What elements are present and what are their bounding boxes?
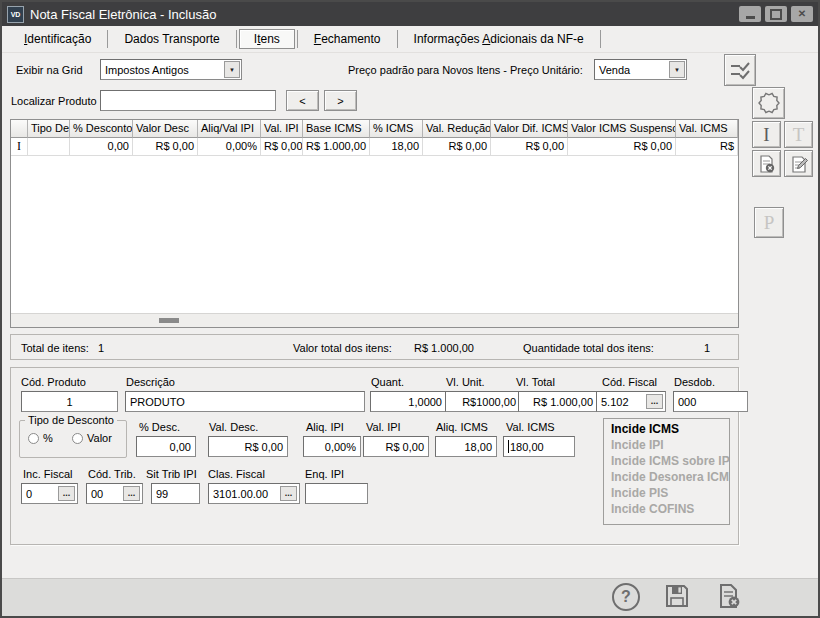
radio-circle-icon — [72, 433, 83, 444]
incide-list-item[interactable]: Incide ICMS sobre IPI — [604, 453, 729, 469]
window-title: Nota Fiscal Eletrônica - Inclusão — [30, 7, 735, 22]
grid-cell[interactable]: R$ 0,00 — [133, 138, 198, 156]
tipo-desconto-legend: Tipo de Desconto — [25, 414, 117, 426]
minimize-button[interactable] — [739, 6, 761, 22]
grid-cell[interactable]: 18,00 — [370, 138, 423, 156]
val-icms-label: Val. ICMS — [506, 421, 555, 433]
cod-produto-input[interactable]: 1 — [21, 391, 118, 412]
quant-input[interactable]: 1,0000 — [370, 391, 447, 412]
seal-button[interactable] — [752, 87, 785, 119]
val-ipi-input[interactable]: R$ 0,00 — [363, 436, 429, 457]
chevron-down-icon[interactable]: ▼ — [224, 61, 240, 78]
radio-percent[interactable]: % — [28, 432, 53, 444]
cod-fiscal-lookup-button[interactable]: ... — [646, 394, 663, 409]
grid-cell[interactable]: 0,00% — [198, 138, 261, 156]
tab-identificacao[interactable]: Identificação — [10, 30, 105, 48]
vl-unit-input[interactable]: R$1000,00 — [445, 391, 521, 412]
grid-cell[interactable]: R$ 1.000,00 — [303, 138, 370, 156]
cod-trib-lookup-button[interactable]: ... — [123, 486, 140, 501]
descricao-input[interactable]: PRODUTO — [125, 391, 365, 412]
tab-bar: Identificação Dados Transporte Itens Fec… — [2, 26, 818, 53]
incide-list-item[interactable]: Incide IPI — [604, 437, 729, 453]
aliq-ipi-input[interactable]: 0,00% — [303, 436, 361, 457]
incide-listbox[interactable]: Incide ICMSIncide IPIIncide ICMS sobre I… — [603, 418, 730, 525]
enq-ipi-input[interactable] — [305, 483, 368, 504]
grid-cell[interactable]: R$ 0,00 — [491, 138, 568, 156]
preco-unitario-select[interactable]: Venda ▼ — [594, 59, 687, 80]
val-ipi-label: Val. IPI — [366, 421, 401, 433]
text-item-button[interactable]: T — [784, 121, 813, 148]
cod-fiscal-input[interactable]: 5.102 ... — [596, 391, 666, 412]
inc-fiscal-label: Inc. Fiscal — [23, 468, 73, 480]
exibir-na-grid-select[interactable]: Impostos Antigos ▼ — [100, 59, 242, 80]
localizar-produto-label: Localizar Produto — [11, 95, 97, 107]
grid-column-header: Aliq/Val IPI — [198, 120, 261, 138]
perc-desc-input[interactable]: 0,00 — [136, 436, 196, 457]
total-itens-label: Total de itens: — [21, 342, 89, 354]
descricao-label: Descrição — [126, 376, 175, 388]
checklist-icon — [728, 58, 752, 82]
clas-fiscal-lookup-button[interactable]: ... — [280, 486, 297, 501]
grid-column-header: Base ICMS — [303, 120, 370, 138]
prev-button[interactable]: < — [286, 90, 319, 111]
cod-trib-input[interactable]: 00 ... — [86, 483, 143, 504]
sit-trib-ipi-input[interactable]: 99 — [151, 483, 200, 504]
delete-item-button[interactable] — [752, 150, 781, 177]
preco-padrao-label: Preço padrão para Novos Itens - Preço Un… — [348, 64, 583, 76]
items-grid[interactable]: Tipo Des% DescontoValor DescAliq/Val IPI… — [10, 119, 739, 328]
grid-cell[interactable]: R$ 0,00 — [261, 138, 303, 156]
close-button[interactable]: ✕ — [791, 6, 813, 22]
radio-valor[interactable]: Valor — [72, 432, 112, 444]
grid-cell[interactable]: R$ 0,00 — [568, 138, 676, 156]
grid-cell[interactable]: R$ — [676, 138, 738, 156]
maximize-button[interactable] — [765, 6, 787, 22]
incide-list-item[interactable]: Incide Desonera ICMS — [604, 469, 729, 485]
aliq-icms-input[interactable]: 18,00 — [435, 436, 497, 457]
tab-dados-transporte[interactable]: Dados Transporte — [110, 30, 233, 48]
clas-fiscal-label: Clas. Fiscal — [208, 468, 265, 480]
grid-data-row[interactable]: I0,00R$ 0,000,00%R$ 0,00R$ 1.000,0018,00… — [11, 138, 738, 156]
checklist-button[interactable] — [724, 54, 756, 86]
text-caret — [508, 440, 509, 453]
inc-fiscal-lookup-button[interactable]: ... — [58, 486, 75, 501]
titlebar: VD Nota Fiscal Eletrônica - Inclusão ✕ — [2, 2, 818, 26]
save-button[interactable] — [663, 582, 691, 612]
val-desc-input[interactable]: R$ 0,00 — [208, 436, 288, 457]
document-x-icon — [757, 154, 777, 174]
localizar-produto-input[interactable] — [100, 90, 276, 111]
grid-cell[interactable]: 0,00 — [70, 138, 133, 156]
grid-column-header: % ICMS — [370, 120, 423, 138]
incide-list-item[interactable]: Incide COFINS — [604, 501, 729, 517]
chevron-down-icon[interactable]: ▼ — [669, 61, 685, 78]
next-button[interactable]: > — [324, 90, 357, 111]
vl-total-input[interactable]: R$ 1.000,00 — [518, 391, 598, 412]
insert-item-button[interactable]: I — [752, 121, 781, 148]
row-edit-indicator: I — [11, 138, 28, 156]
inc-fiscal-input[interactable]: 0 ... — [21, 483, 78, 504]
cod-produto-label: Cód. Produto — [21, 376, 86, 388]
grid-cell[interactable]: R$ 0,00 — [423, 138, 491, 156]
edit-item-button[interactable] — [784, 150, 813, 177]
grid-horizontal-scrollbar[interactable] — [11, 313, 738, 327]
clas-fiscal-input[interactable]: 3101.00.00 ... — [208, 483, 300, 504]
help-button[interactable]: ? — [612, 583, 640, 611]
incide-list-item[interactable]: Incide PIS — [604, 485, 729, 501]
val-icms-input[interactable]: 180,00 — [503, 436, 575, 457]
scrollbar-thumb[interactable] — [159, 318, 179, 323]
tab-informacoes-adicionais[interactable]: Informações Adicionais da NF-e — [400, 30, 598, 48]
tab-fechamento[interactable]: Fechamento — [300, 30, 395, 48]
cod-trib-label: Cód. Trib. — [88, 468, 136, 480]
tab-itens[interactable]: Itens — [239, 29, 295, 49]
desdob-input[interactable]: 000 — [673, 391, 748, 412]
help-icon: ? — [621, 588, 631, 605]
print-item-button[interactable]: P — [754, 207, 784, 238]
incide-list-item[interactable]: Incide ICMS — [604, 421, 729, 437]
grid-cell[interactable] — [28, 138, 70, 156]
cancel-button[interactable] — [715, 582, 743, 612]
val-desc-label: Val. Desc. — [209, 421, 258, 433]
valor-total-label: Valor total dos itens: — [293, 342, 392, 354]
tab-separator — [397, 30, 398, 48]
totals-bar: Total de itens: 1 Valor total dos itens:… — [10, 334, 739, 360]
grid-column-header: Val. ICMS — [676, 120, 738, 138]
grid-column-header: % Desconto — [70, 120, 133, 138]
